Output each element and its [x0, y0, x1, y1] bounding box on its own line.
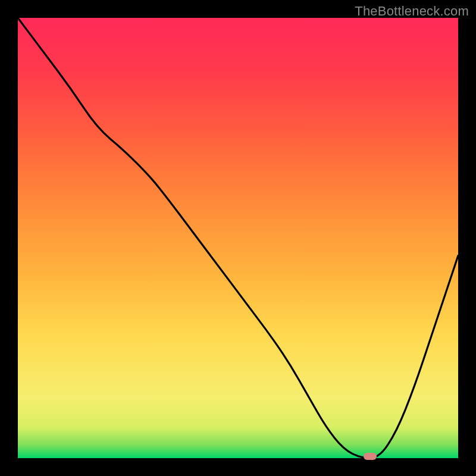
chart-stage: TheBottleneck.com — [0, 0, 476, 476]
plot-area — [18, 18, 458, 458]
optimum-marker — [364, 453, 377, 460]
curve-svg — [18, 18, 458, 458]
bottleneck-curve — [18, 18, 458, 458]
watermark-text: TheBottleneck.com — [355, 4, 469, 19]
